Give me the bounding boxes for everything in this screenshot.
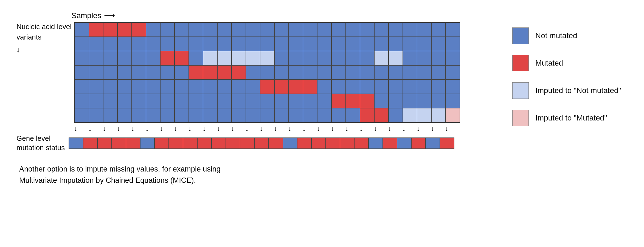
grid-cell (446, 65, 460, 80)
grid-cell (160, 23, 175, 37)
bottom-cell (112, 138, 126, 149)
grid-cell (331, 51, 346, 65)
down-arrow-icon: ↓ (111, 124, 126, 133)
grid-cell (217, 37, 232, 51)
grid-cell (103, 37, 117, 51)
grid-cell (389, 108, 403, 122)
grid-cell (189, 23, 203, 37)
grid-cell (431, 65, 446, 80)
bottom-cell (440, 138, 454, 149)
grid-cell (274, 23, 289, 37)
grid-cell (431, 94, 446, 108)
grid-cell (175, 51, 189, 65)
grid-cell (117, 108, 132, 122)
grid-cell (331, 23, 346, 37)
grid-cell (175, 94, 189, 108)
legend-label-imputed-mutated: Imputed to "Mutated" (535, 114, 607, 122)
bottom-cell (126, 138, 140, 149)
grid-cell (346, 23, 360, 37)
grid-cell (317, 65, 331, 80)
grid-cell (274, 94, 289, 108)
legend-item-imputed-not-mutated: Imputed to "Not mutated" (512, 82, 628, 99)
grid-cell (89, 108, 103, 122)
grid-cell (160, 80, 175, 94)
grid-cell (403, 37, 417, 51)
grid-cell (360, 80, 374, 94)
grid-cell (103, 51, 117, 65)
grid-cell (103, 23, 117, 37)
grid-cell (289, 80, 303, 94)
grid-cell (431, 37, 446, 51)
legend-box-not-mutated (512, 27, 529, 44)
grid-cell (232, 65, 246, 80)
grid-cell (132, 23, 146, 37)
grid-cell (303, 94, 317, 108)
grid-cell (117, 94, 132, 108)
legend-label-imputed-not-mutated: Imputed to "Not mutated" (535, 86, 621, 95)
grid-cell (175, 80, 189, 94)
grid-cell (360, 51, 374, 65)
down-arrow-icon: ↓ (240, 124, 254, 133)
grid-cell (89, 94, 103, 108)
grid-cell (403, 94, 417, 108)
grid-cell (446, 37, 460, 51)
grid-cell (389, 37, 403, 51)
down-arrow-icon: ↓ (168, 124, 183, 133)
samples-label: Samples (71, 11, 101, 20)
grid-cell (431, 80, 446, 94)
grid-cell (417, 108, 431, 122)
grid-cell (146, 23, 160, 37)
grid-cell (274, 108, 289, 122)
bottom-cell (326, 138, 340, 149)
legend-item-imputed-mutated: Imputed to "Mutated" (512, 110, 628, 126)
samples-arrow-icon: ⟶ (104, 11, 115, 20)
bottom-cell (226, 138, 240, 149)
grid-cell (146, 94, 160, 108)
grid-cell (389, 23, 403, 37)
grid-cell (331, 37, 346, 51)
legend-panel: Not mutatedMutatedImputed to "Not mutate… (512, 11, 628, 186)
grid-row (75, 23, 460, 37)
grid-cell (303, 37, 317, 51)
grid-cell (189, 108, 203, 122)
down-arrow-icon: ↓ (368, 124, 383, 133)
grid-cell (160, 51, 175, 65)
grid-cell (446, 94, 460, 108)
bottom-cell (426, 138, 440, 149)
grid-cell (389, 94, 403, 108)
grid-cell (103, 65, 117, 80)
grid-cell (274, 80, 289, 94)
grid-cell (232, 51, 246, 65)
bottom-cell (183, 138, 197, 149)
legend-box-imputed-not-mutated (512, 82, 529, 99)
grid-cell (446, 51, 460, 65)
grid-cell (374, 37, 389, 51)
grid-cell (431, 108, 446, 122)
grid-cell (303, 65, 317, 80)
grid-cell (75, 94, 89, 108)
down-arrow-icon: ↓ (440, 124, 454, 133)
grid-cell (431, 23, 446, 37)
bottom-cell (169, 138, 183, 149)
grid-cell (303, 80, 317, 94)
legend-item-not-mutated: Not mutated (512, 27, 628, 44)
y-axis-label-line1: Nucleic acid level (16, 22, 72, 32)
grid-cell (160, 108, 175, 122)
grid-cell (146, 51, 160, 65)
grid-cell (217, 51, 232, 65)
grid-cell (403, 80, 417, 94)
y-axis-label-line2: variants (16, 33, 41, 42)
grid-cell (103, 108, 117, 122)
grid-cell (132, 65, 146, 80)
grid-cell (374, 108, 389, 122)
grid-cell (303, 51, 317, 65)
bottom-cell (354, 138, 369, 149)
bottom-cell (69, 138, 83, 149)
grid-cell (89, 80, 103, 94)
bottom-cell (411, 138, 426, 149)
grid-cell (117, 23, 132, 37)
grid-cell (246, 37, 260, 51)
grid-cell (175, 23, 189, 37)
grid-cell (331, 94, 346, 108)
grid-cell (203, 108, 217, 122)
